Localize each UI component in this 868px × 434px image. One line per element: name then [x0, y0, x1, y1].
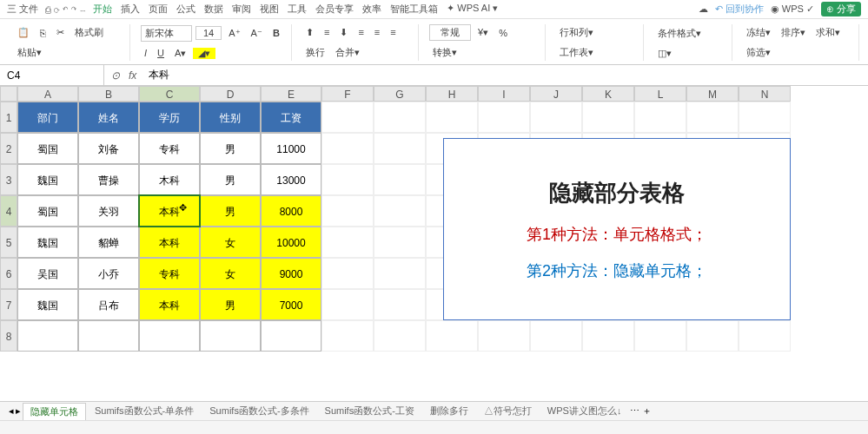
row-header[interactable]: 6	[0, 258, 17, 289]
table-cell[interactable]: 男	[200, 195, 261, 227]
fx-icon[interactable]: ⊙ fx	[104, 69, 143, 82]
empty-cell[interactable]	[321, 320, 374, 352]
col-header[interactable]: D	[200, 86, 261, 102]
table-cell[interactable]: 魏国	[17, 227, 78, 258]
wrap-text[interactable]: 换行	[302, 44, 328, 61]
freeze-panes[interactable]: 冻结▾	[743, 24, 774, 41]
file-menu[interactable]: 三 文件	[7, 3, 38, 16]
menu-tools[interactable]: 工具	[288, 3, 307, 16]
col-header[interactable]: N	[739, 86, 791, 102]
worksheet-btn[interactable]: 工作表▾	[556, 44, 597, 61]
tab-4[interactable]: 删除多行	[423, 403, 475, 419]
tab-1[interactable]: Sumifs函数公式-单条件	[88, 403, 201, 419]
wps-ai[interactable]: ✦ WPS AI ▾	[447, 3, 498, 16]
table-cell[interactable]: 蜀国	[17, 133, 78, 164]
filter-button[interactable]: 筛选▾	[743, 44, 774, 61]
tab-5[interactable]: △符号怎打	[477, 403, 539, 419]
empty-cell[interactable]	[321, 227, 374, 258]
align-left[interactable]: ≡	[354, 25, 367, 39]
col-header[interactable]: F	[321, 86, 374, 102]
empty-cell[interactable]	[321, 289, 374, 320]
empty-cell[interactable]	[374, 102, 426, 133]
empty-cell[interactable]	[374, 258, 426, 289]
table-cell[interactable]: 吕布	[78, 289, 139, 320]
merge-cells[interactable]: 合并▾	[332, 44, 363, 61]
table-cell[interactable]: 男	[200, 289, 261, 320]
empty-cell[interactable]	[582, 102, 634, 133]
empty-cell[interactable]	[321, 195, 374, 227]
font-color[interactable]: A▾	[171, 46, 189, 61]
fill-color[interactable]: ◢▾	[193, 48, 215, 59]
row-header[interactable]: 8	[0, 320, 17, 352]
empty-cell[interactable]	[530, 102, 582, 133]
currency[interactable]: ¥▾	[474, 25, 492, 40]
table-cell[interactable]: 关羽	[78, 195, 139, 227]
tab-add[interactable]: ⋯ ＋	[630, 404, 652, 418]
empty-cell[interactable]	[374, 133, 426, 164]
empty-cell[interactable]	[374, 164, 426, 195]
menu-insert[interactable]: 插入	[121, 3, 140, 16]
name-box[interactable]: C4	[0, 65, 104, 85]
col-header[interactable]: B	[78, 86, 139, 102]
row-header[interactable]: 4	[0, 195, 17, 227]
empty-cell[interactable]	[374, 320, 426, 352]
table-header[interactable]: 学历	[139, 102, 200, 133]
empty-cell[interactable]	[321, 164, 374, 195]
row-header[interactable]: 7	[0, 289, 17, 320]
cut-button[interactable]: ✂	[53, 25, 68, 40]
table-header[interactable]: 姓名	[78, 102, 139, 133]
empty-cell[interactable]	[374, 289, 426, 320]
cell-style[interactable]: ◫▾	[654, 46, 675, 61]
empty-cell[interactable]	[321, 258, 374, 289]
table-cell[interactable]	[261, 320, 321, 352]
decrease-font[interactable]: A⁻	[248, 26, 266, 41]
share-button[interactable]: ⊕ 分享	[821, 2, 861, 16]
row-header[interactable]: 1	[0, 102, 17, 133]
table-cell[interactable]: 9000	[261, 258, 321, 289]
menu-smart[interactable]: 智能工具箱	[390, 3, 438, 16]
table-cell[interactable]: 小乔	[78, 258, 139, 289]
qat-icons[interactable]: ⎙ ⟳ ↶ ↷ ⋯	[45, 4, 86, 15]
underline-button[interactable]: U	[154, 46, 168, 60]
col-header[interactable]: J	[530, 86, 582, 102]
copy-button[interactable]: ⎘	[36, 26, 50, 40]
wps-badge[interactable]: ◉ WPS ✓	[771, 3, 814, 15]
col-header[interactable]: I	[478, 86, 530, 102]
menu-review[interactable]: 审阅	[232, 3, 251, 16]
empty-cell[interactable]	[634, 320, 686, 352]
align-bot[interactable]: ⬇	[336, 25, 351, 40]
table-cell[interactable]: 女	[200, 227, 261, 258]
paste-button[interactable]: 📋	[14, 25, 33, 40]
paste-dropdown[interactable]: 粘贴▾	[14, 44, 45, 61]
menu-view[interactable]: 视图	[260, 3, 279, 16]
table-cell[interactable]	[200, 320, 261, 352]
table-cell[interactable]: 8000	[261, 195, 321, 227]
menu-page[interactable]: 页面	[149, 3, 168, 16]
col-header[interactable]: L	[634, 86, 686, 102]
sum-button[interactable]: 求和▾	[812, 24, 844, 41]
bold-button[interactable]: B	[269, 26, 283, 40]
tab-nav-prev[interactable]: ▸	[16, 405, 21, 417]
cloud-icon[interactable]: ☁	[699, 3, 708, 15]
table-cell[interactable]: 13000	[261, 164, 321, 195]
table-cell[interactable]: 本科	[139, 195, 200, 227]
table-cell[interactable]: 魏国	[17, 164, 78, 195]
row-header[interactable]: 5	[0, 227, 17, 258]
menu-start[interactable]: 开始	[93, 3, 112, 16]
tab-3[interactable]: Sumifs函数公式-工资	[318, 403, 421, 419]
table-cell[interactable]	[17, 320, 78, 352]
menu-data[interactable]: 数据	[204, 3, 223, 16]
table-cell[interactable]: 男	[200, 164, 261, 195]
empty-cell[interactable]	[374, 195, 426, 227]
table-cell[interactable]: 7000	[261, 289, 321, 320]
table-header[interactable]: 工资	[261, 102, 321, 133]
rows-cols[interactable]: 行和列▾	[556, 24, 597, 41]
table-cell[interactable]: 蜀国	[17, 195, 78, 227]
empty-cell[interactable]	[530, 320, 582, 352]
col-header[interactable]: A	[17, 86, 78, 102]
align-center[interactable]: ≡	[371, 25, 383, 39]
tab-2[interactable]: Sumifs函数公式-多条件	[202, 403, 315, 419]
table-cell[interactable]	[78, 320, 139, 352]
col-header[interactable]	[0, 86, 17, 102]
table-cell[interactable]: 11000	[261, 133, 321, 164]
